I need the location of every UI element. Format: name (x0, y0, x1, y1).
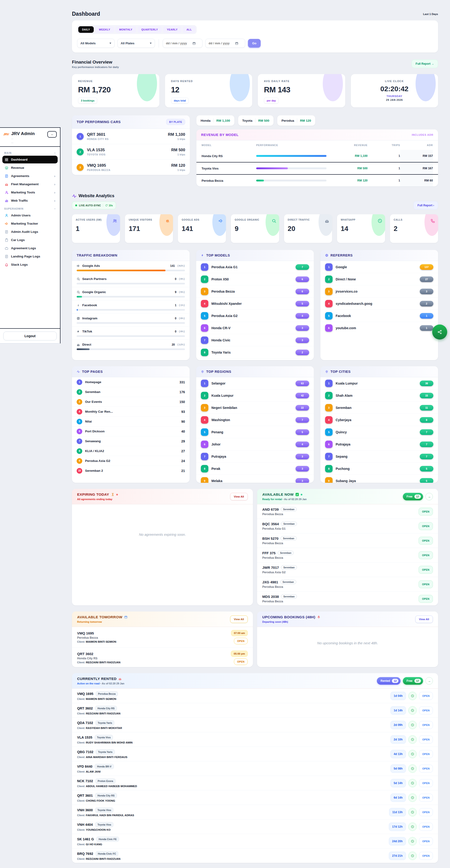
sidebar-collapse-button[interactable]: ⇔ (47, 131, 57, 137)
page-row[interactable]: 4 Monthly Car Ren... 93 (72, 407, 190, 416)
brand-chip[interactable]: Honda RM 1,100 (196, 115, 234, 126)
sidebar-section-main[interactable]: MAIN − (2, 149, 58, 156)
whatsapp-button[interactable] (408, 721, 417, 729)
page-row[interactable]: 9 Perodua Axia G2 24 (72, 456, 190, 466)
referrer-row[interactable]: 3 jrvservices.co 3 (320, 285, 438, 297)
sidebar-item[interactable]: Marketing Tools › (2, 188, 58, 196)
referrer-row[interactable]: 4 syndicatedsearch.goog 2 (320, 297, 438, 310)
city-row[interactable]: 5 Quincy 7 (320, 426, 438, 438)
region-row[interactable]: 7 Putrajaya 3 (196, 450, 314, 462)
page-row[interactable]: 3 Our Events 150 (72, 397, 190, 407)
sidebar-item[interactable]: Landing Page Logs › (2, 252, 58, 260)
model-row[interactable]: 7 Honda Civic 3 (196, 334, 314, 346)
whatsapp-button[interactable] (408, 837, 417, 845)
analytics-card[interactable]: UNIQUE VISITORS 171 (125, 214, 173, 243)
referrer-row[interactable]: 6 youtube.com 1 (320, 322, 438, 334)
arrow-right-button[interactable]: → (425, 493, 433, 500)
model-row[interactable]: 6 Honda CR-V 3 (196, 322, 314, 334)
whatsapp-button[interactable] (408, 808, 417, 816)
free-count-pill[interactable]: Free 17 (403, 677, 423, 685)
open-button[interactable]: OPEN (419, 522, 433, 530)
traffic-row[interactable]: Google Organic 9 (5%) (72, 287, 190, 300)
page-row[interactable]: 5 Nilai 90 (72, 416, 190, 426)
model-row[interactable]: 1 Perodua Axia G1 7 (196, 261, 314, 273)
end-date-input[interactable] (208, 41, 233, 45)
referrer-row[interactable]: 1 Google 137 (320, 261, 438, 273)
whatsapp-button[interactable] (408, 706, 417, 715)
traffic-row[interactable]: TikTok 0 (0%) (72, 327, 190, 340)
model-row[interactable]: 2 Proton X50 6 (196, 273, 314, 285)
whatsapp-button[interactable] (408, 750, 417, 758)
period-tab[interactable]: ALL (183, 26, 196, 33)
open-button[interactable]: OPEN (419, 794, 433, 802)
sidebar-item[interactable]: Marketing Tracker › (2, 220, 58, 227)
open-button[interactable]: OPEN (419, 765, 433, 773)
model-row[interactable]: 3 Perodua Bezza 6 (196, 285, 314, 297)
table-row[interactable]: Toyota Vios RM 500 1 RM 167 (196, 162, 438, 174)
open-button[interactable]: OPEN (419, 837, 433, 845)
region-row[interactable]: 5 Penang 5 (196, 426, 314, 438)
city-row[interactable]: 8 Puchong 5 (320, 462, 438, 474)
open-button[interactable]: OPEN (234, 638, 248, 644)
whatsapp-button[interactable] (408, 764, 417, 773)
city-row[interactable]: 7 Sepang 7 (320, 450, 438, 462)
sidebar-item[interactable]: Web Traffic › (2, 197, 58, 205)
start-date-input[interactable] (166, 41, 191, 45)
page-row[interactable]: 7 Senawang 29 (72, 436, 190, 446)
region-row[interactable]: 4 Washington 7 (196, 413, 314, 426)
model-row[interactable]: 9 Perodua Myvi G3 2 (196, 358, 314, 360)
table-row[interactable]: Perodua Bezza RM 120 1 RM 60 (196, 174, 438, 186)
sidebar-item[interactable]: Admin Audit Logs › (2, 228, 58, 236)
expiring-view-all-button[interactable]: View All (230, 493, 248, 500)
region-row[interactable]: 1 Selangor 63 (196, 377, 314, 389)
city-row[interactable]: 9 Subang Jaya 5 (320, 474, 438, 483)
sidebar-item[interactable]: Admin Users › (2, 212, 58, 219)
open-button[interactable]: OPEN (419, 750, 433, 758)
tomorrow-view-all-button[interactable]: View All (230, 616, 248, 623)
region-row[interactable]: 2 Kuala Lumpur 42 (196, 389, 314, 401)
whatsapp-button[interactable] (408, 735, 417, 744)
traffic-row[interactable]: Instagram 0 (0%) (72, 313, 190, 327)
arrow-right-button[interactable]: → (425, 677, 433, 685)
open-button[interactable]: OPEN (419, 779, 433, 787)
top-car-row[interactable]: 3 VMQ 1695 PERODUA BEZZA RM 120 1 trips (72, 159, 190, 175)
open-button[interactable]: OPEN (419, 566, 433, 574)
page-row[interactable]: 2 Seremban 176 (72, 387, 190, 397)
by-plate-badge[interactable]: BY PLATE (166, 119, 185, 125)
region-row[interactable]: 3 Negeri Sembilan 22 (196, 401, 314, 413)
analytics-full-report-button[interactable]: Full Report › (413, 201, 438, 210)
region-row[interactable]: 9 Melaka 3 (196, 474, 314, 483)
whatsapp-button[interactable] (408, 779, 417, 787)
table-row[interactable]: Honda City RS RM 1,100 1 RM 157 (196, 150, 438, 162)
model-row[interactable]: 4 Mitsubishi Xpander 5 (196, 297, 314, 310)
financial-full-report-button[interactable]: Full Report → (412, 60, 438, 68)
traffic-row[interactable]: Facebook 1 (1%) (72, 300, 190, 313)
period-tab[interactable]: WEEKLY (95, 26, 114, 33)
region-row[interactable]: 8 Perak 3 (196, 462, 314, 474)
sidebar-item[interactable]: Agreement Logs › (2, 244, 58, 252)
logout-button[interactable]: Logout (3, 332, 57, 340)
period-tab[interactable]: DAILY (78, 26, 94, 33)
city-row[interactable]: 2 Shah Alam 15 (320, 389, 438, 401)
whatsapp-button[interactable] (408, 823, 417, 831)
open-button[interactable]: OPEN (419, 537, 433, 545)
period-tab[interactable]: MONTHLY (115, 26, 136, 33)
whatsapp-button[interactable] (408, 692, 417, 700)
open-button[interactable]: OPEN (419, 736, 433, 744)
traffic-row[interactable]: Search Partners 0 (0%) (72, 274, 190, 287)
analytics-card[interactable]: GOOGLE ADS 141 (178, 214, 226, 243)
model-row[interactable]: 8 Toyota Yaris 2 (196, 346, 314, 358)
sidebar-section-superadmin[interactable]: SUPERADMIN − (2, 205, 58, 212)
open-button[interactable]: OPEN (419, 707, 433, 714)
page-row[interactable]: 1 Homepage 331 (72, 377, 190, 387)
analytics-card[interactable]: DIRECT TRAFFIC 20 (284, 214, 332, 243)
analytics-card[interactable]: WHATSAPP 14 (337, 214, 385, 243)
analytics-card[interactable]: ACTIVE USERS (5M) 1 (72, 214, 120, 243)
sidebar-item[interactable]: Slack Logs › (2, 261, 58, 269)
page-row[interactable]: 6 Port Dickson 40 (72, 426, 190, 436)
traffic-row[interactable]: Direct 20 (12%) (72, 340, 190, 353)
sidebar-item[interactable]: Car Logs › (2, 236, 58, 244)
analytics-card[interactable]: GOOGLE ORGANIC 9 (231, 214, 279, 243)
model-select[interactable]: All Models (77, 39, 115, 48)
city-row[interactable]: 3 Seremban 11 (320, 401, 438, 413)
